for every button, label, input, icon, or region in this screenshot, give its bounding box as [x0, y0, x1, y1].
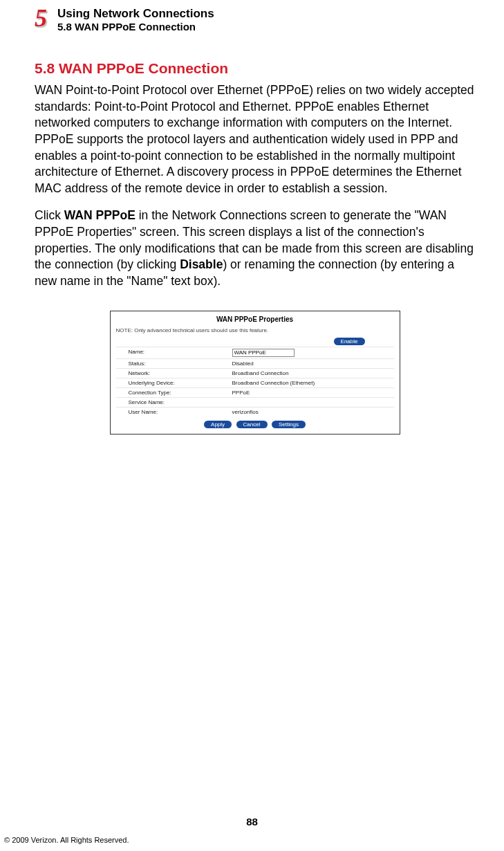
chapter-number: 5	[35, 7, 47, 29]
properties-table: Name: Status: Disabled Network: Broadban…	[116, 347, 394, 417]
row-value: Broadband Connection (Ethernet)	[232, 380, 315, 386]
row-label: Status:	[129, 360, 232, 367]
enable-row: Enable	[116, 338, 394, 345]
apply-button[interactable]: Apply	[204, 421, 232, 428]
paragraph-1: WAN Point-to-Point Protocol over Etherne…	[35, 82, 475, 196]
row-label: Network:	[129, 370, 232, 376]
table-row: Name:	[116, 347, 394, 358]
row-value: PPPoE	[232, 390, 250, 396]
header-titles: Using Network Connections 5.8 WAN PPPoE …	[57, 7, 214, 33]
table-row: Status: Disabled	[116, 358, 394, 368]
page-header: 5 Using Network Connections 5.8 WAN PPPo…	[0, 0, 504, 33]
row-label: Service Name:	[129, 399, 232, 405]
chapter-title: Using Network Connections	[57, 7, 214, 21]
section-heading: 5.8 WAN PPPoE Connection	[35, 60, 475, 77]
row-label: Underlying Device:	[129, 380, 232, 386]
dialog-title: WAN PPPoE Properties	[116, 315, 394, 323]
para2-bold-1: WAN PPPoE	[64, 208, 136, 222]
row-value: Broadband Connection	[232, 370, 289, 376]
dialog-button-row: Apply Cancel Settings	[116, 421, 394, 428]
name-input[interactable]	[232, 349, 295, 357]
dialog-note: NOTE: Only advanced technical users shou…	[116, 327, 394, 333]
table-row: Service Name:	[116, 397, 394, 407]
paragraph-2: Click WAN PPPoE in the Network Connectio…	[35, 208, 475, 289]
table-row: Underlying Device: Broadband Connection …	[116, 378, 394, 387]
para2-bold-2: Disable	[180, 257, 223, 271]
enable-button[interactable]: Enable	[334, 338, 365, 345]
row-label: Name:	[129, 349, 232, 357]
table-row: Connection Type: PPPoE	[116, 387, 394, 397]
row-label: Connection Type:	[129, 390, 232, 396]
row-label: User Name:	[129, 409, 232, 415]
page-number: 88	[0, 816, 504, 827]
row-value	[232, 349, 295, 357]
row-value: verizonfios	[232, 409, 259, 415]
copyright-text: © 2009 Verizon. All Rights Reserved.	[4, 836, 129, 844]
settings-button[interactable]: Settings	[272, 421, 306, 428]
para2-pre: Click	[35, 208, 64, 222]
table-row: User Name: verizonfios	[116, 407, 394, 417]
table-row: Network: Broadband Connection	[116, 368, 394, 378]
row-value: Disabled	[232, 360, 254, 367]
section-title-small: 5.8 WAN PPPoE Connection	[57, 21, 214, 33]
content-area: 5.8 WAN PPPoE Connection WAN Point-to-Po…	[0, 33, 504, 434]
cancel-button[interactable]: Cancel	[236, 421, 268, 428]
properties-dialog-screenshot: WAN PPPoE Properties NOTE: Only advanced…	[110, 311, 400, 434]
